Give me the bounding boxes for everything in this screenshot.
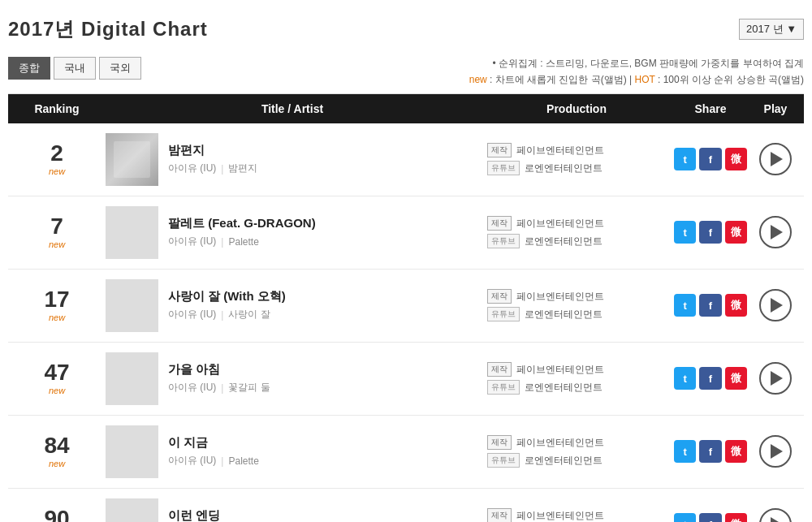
info-section: 종합 국내 국외 • 순위집계 : 스트리밍, 다운로드, BGM 판매량에 가…	[8, 49, 804, 94]
song-title[interactable]: 이 지금	[168, 435, 259, 451]
weibo-share-button[interactable]: 微	[725, 513, 747, 522]
twitter-share-button[interactable]: t	[674, 513, 696, 522]
rank-cell: 2 new	[8, 142, 106, 176]
weibo-share-button[interactable]: 微	[725, 440, 747, 463]
title-cell: 이런 엔딩 아이유 (IU) | Palette	[106, 498, 479, 522]
weibo-share-button[interactable]: 微	[725, 367, 747, 390]
weibo-share-button[interactable]: 微	[725, 148, 747, 170]
new-label: new	[469, 74, 487, 85]
youtube-tag: 유튜브	[487, 453, 520, 468]
production-name: 페이브엔터테인먼트	[516, 436, 604, 450]
play-button[interactable]	[759, 362, 792, 395]
year-select[interactable]: 2017 년 ▼	[739, 19, 804, 40]
rank-number: 2	[50, 142, 63, 165]
hot-label: HOT	[635, 74, 655, 85]
header-production: Production	[479, 102, 674, 115]
youtube-tag: 유튜브	[487, 307, 520, 321]
rank-cell: 47 new	[8, 361, 106, 395]
header-ranking: Ranking	[8, 102, 106, 115]
youtube-row: 유튜브 로엔엔터테인먼트	[487, 453, 603, 468]
production-row: 제작 페이브엔터테인먼트	[487, 289, 604, 304]
song-title[interactable]: 사랑이 잘 (With 오혁)	[168, 289, 286, 304]
page-container: 2017년 Digital Chart 2017 년 ▼ 종합 국내 국외 • …	[0, 0, 812, 522]
youtube-tag: 유튜브	[487, 380, 520, 395]
play-button[interactable]	[759, 216, 792, 248]
chart-row: 90 new 이런 엔딩 아이유 (IU) | Palette 제작 페이브엔터…	[8, 489, 804, 522]
tab-domestic[interactable]: 국내	[54, 57, 96, 80]
tab-total[interactable]: 종합	[8, 57, 50, 80]
youtube-name: 로엔엔터테인먼트	[525, 308, 603, 321]
production-cell: 제작 페이브엔터테인먼트 유튜브 로엔엔터테인먼트	[479, 362, 674, 395]
album-name: 사랑이 잘	[228, 308, 270, 321]
chart-row: 84 new 이 지금 아이유 (IU) | Palette 제작 페이브엔터테…	[8, 416, 804, 489]
facebook-share-button[interactable]: f	[699, 440, 721, 463]
production-tag: 제작	[487, 508, 512, 522]
production-cell: 제작 페이브엔터테인먼트 유튜브 로엔엔터테인먼트	[479, 289, 674, 321]
twitter-share-button[interactable]: t	[674, 148, 696, 170]
play-cell	[747, 362, 804, 395]
facebook-share-button[interactable]: f	[699, 221, 721, 244]
play-cell	[747, 289, 804, 321]
divider: |	[221, 455, 223, 467]
chart-list: 2 new 밤편지 아이유 (IU) | 밤편지 제작 페이브엔터테인먼트 유튜…	[8, 123, 804, 522]
production-name: 페이브엔터테인먼트	[516, 509, 604, 522]
facebook-share-button[interactable]: f	[699, 148, 721, 170]
play-button[interactable]	[759, 143, 792, 175]
production-tag: 제작	[487, 143, 512, 157]
twitter-share-button[interactable]: t	[674, 440, 696, 463]
twitter-share-button[interactable]: t	[674, 294, 696, 317]
title-cell: 가을 아침 아이유 (IU) | 꽃갈피 둘	[106, 352, 479, 405]
song-info: 팔레트 (Feat. G-DRAGON) 아이유 (IU) | Palette	[168, 216, 316, 248]
share-cell: t f 微	[674, 294, 747, 317]
album-name: Palette	[228, 455, 258, 467]
song-info: 밤편지 아이유 (IU) | 밤편지	[168, 143, 257, 175]
tab-international[interactable]: 국외	[99, 57, 141, 80]
play-button[interactable]	[759, 289, 792, 321]
artist-name: 아이유 (IU)	[168, 235, 216, 248]
production-cell: 제작 페이브엔터테인먼트 유튜브 로엔엔터테인먼트	[479, 435, 674, 468]
play-cell	[747, 216, 804, 248]
play-button[interactable]	[759, 508, 792, 522]
youtube-row: 유튜브 로엔엔터테인먼트	[487, 161, 603, 175]
header-row: 2017년 Digital Chart 2017 년 ▼	[8, 8, 804, 49]
share-cell: t f 微	[674, 367, 747, 390]
production-row: 제작 페이브엔터테인먼트	[487, 362, 604, 377]
new-badge: new	[49, 386, 65, 395]
facebook-share-button[interactable]: f	[699, 513, 721, 522]
song-title[interactable]: 밤편지	[168, 143, 257, 158]
facebook-share-button[interactable]: f	[699, 367, 721, 390]
twitter-share-button[interactable]: t	[674, 367, 696, 390]
youtube-name: 로엔엔터테인먼트	[525, 454, 603, 468]
divider: |	[221, 309, 223, 321]
artist-name: 아이유 (IU)	[168, 162, 216, 175]
play-cell	[747, 143, 804, 175]
header-title-artist: Title / Artist	[106, 102, 479, 115]
facebook-share-button[interactable]: f	[699, 294, 721, 317]
album-name: 꽃갈피 둘	[228, 381, 270, 395]
artist-name: 아이유 (IU)	[168, 381, 216, 395]
header-share: Share	[674, 102, 747, 115]
twitter-share-button[interactable]: t	[674, 221, 696, 244]
production-row: 제작 페이브엔터테인먼트	[487, 508, 604, 522]
song-title[interactable]: 가을 아침	[168, 362, 270, 377]
page-title: 2017년 Digital Chart	[8, 16, 208, 42]
song-sub: 아이유 (IU) | 사랑이 잘	[168, 308, 286, 321]
production-tag: 제작	[487, 216, 512, 231]
chart-row: 17 new 사랑이 잘 (With 오혁) 아이유 (IU) | 사랑이 잘 …	[8, 270, 804, 343]
production-tag: 제작	[487, 362, 512, 377]
rank-number: 7	[50, 215, 63, 238]
weibo-share-button[interactable]: 微	[725, 294, 747, 317]
weibo-share-button[interactable]: 微	[725, 221, 747, 244]
album-thumbnail-placeholder	[106, 279, 158, 332]
song-info: 이런 엔딩 아이유 (IU) | Palette	[168, 508, 259, 522]
youtube-tag: 유튜브	[487, 234, 520, 248]
title-cell: 사랑이 잘 (With 오혁) 아이유 (IU) | 사랑이 잘	[106, 279, 479, 332]
song-title[interactable]: 이런 엔딩	[168, 508, 259, 522]
song-info: 가을 아침 아이유 (IU) | 꽃갈피 둘	[168, 362, 270, 395]
rank-cell: 90 new	[8, 507, 106, 522]
song-title[interactable]: 팔레트 (Feat. G-DRAGON)	[168, 216, 316, 231]
header-play: Play	[747, 102, 804, 115]
rank-number: 47	[44, 361, 69, 384]
play-button[interactable]	[759, 435, 792, 468]
share-cell: t f 微	[674, 221, 747, 244]
